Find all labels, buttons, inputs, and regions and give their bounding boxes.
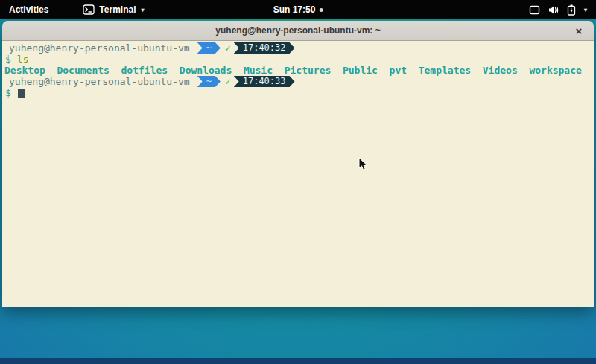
prompt-time-label: 17:40:33 [243, 76, 286, 87]
prompt-char: $ [2, 87, 11, 98]
clock-button[interactable]: Sun 17:50 [273, 0, 323, 19]
prompt-time-segment: 17:40:33 [234, 76, 295, 87]
system-status-menu[interactable]: ▾ [524, 0, 592, 19]
terminal-window: yuheng@henry-personal-ubuntu-vm: ~ × yuh… [2, 21, 594, 307]
notification-dot-icon [319, 8, 323, 12]
prompt-user: yuheng@henry-personal-ubuntu-vm [2, 76, 190, 87]
app-menu-label: Terminal [99, 4, 136, 15]
directory-listing: Desktop Documents dotfiles Downloads Mus… [2, 65, 594, 76]
prompt-line-1: yuheng@henry-personal-ubuntu-vm ~ ✓ 17:4… [2, 42, 594, 54]
battery-charging-icon [567, 4, 576, 16]
window-titlebar[interactable]: yuheng@henry-personal-ubuntu-vm: ~ × [2, 21, 594, 41]
input-line: $ [2, 87, 594, 98]
top-bar: Activities Terminal ▾ Sun 17:50 [0, 0, 596, 19]
app-menu-terminal[interactable]: Terminal ▾ [78, 0, 148, 19]
command-text: ls [17, 54, 29, 65]
prompt-user: yuheng@henry-personal-ubuntu-vm [2, 42, 190, 54]
chevron-down-icon: ▾ [584, 7, 587, 13]
prompt-time-label: 17:40:32 [243, 42, 286, 54]
activities-button[interactable]: Activities [0, 0, 57, 19]
prompt-path-label: ~ [206, 76, 212, 87]
prompt-path-label: ~ [206, 42, 212, 54]
window-title: yuheng@henry-personal-ubuntu-vm: ~ [215, 25, 380, 36]
command-line: $ls [2, 54, 594, 65]
close-button[interactable]: × [571, 23, 586, 38]
prompt-path-segment: ~ [197, 42, 221, 54]
terminal-icon [83, 4, 95, 15]
prompt-time-segment: 17:40:32 [234, 42, 295, 54]
volume-icon [548, 5, 559, 15]
prompt-status-check-icon: ✓ [225, 42, 231, 54]
desktop-bottom-strip [0, 358, 596, 364]
chevron-down-icon: ▾ [141, 7, 144, 13]
prompt-status-check-icon: ✓ [225, 76, 231, 87]
prompt-path-segment: ~ [197, 76, 221, 87]
prompt-line-2: yuheng@henry-personal-ubuntu-vm ~ ✓ 17:4… [2, 76, 594, 87]
terminal-content[interactable]: yuheng@henry-personal-ubuntu-vm ~ ✓ 17:4… [2, 41, 594, 307]
display-icon [529, 5, 540, 15]
terminal-cursor [18, 89, 25, 98]
prompt-char: $ [2, 54, 11, 65]
clock-label: Sun 17:50 [273, 4, 316, 15]
